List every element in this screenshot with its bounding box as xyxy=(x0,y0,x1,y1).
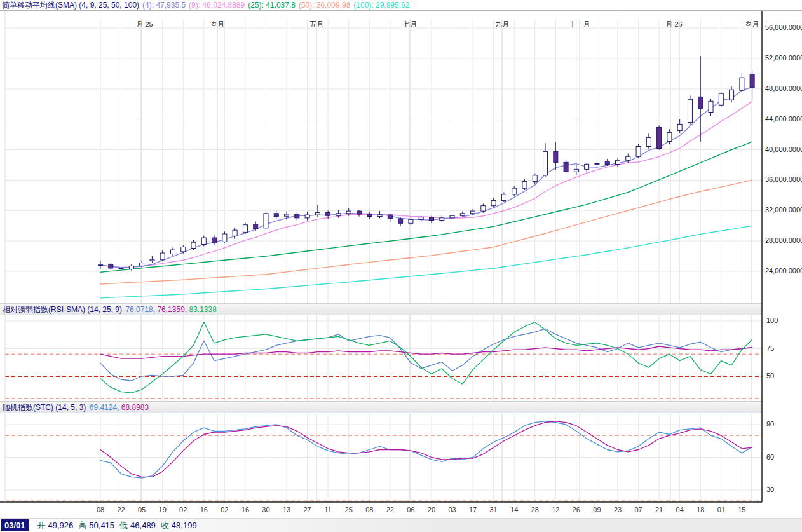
date-axis-label: 08 xyxy=(365,506,373,514)
rsi-axis-tick: 75 xyxy=(766,344,774,352)
date-axis-label: 17 xyxy=(469,506,477,514)
date-axis-label: 18 xyxy=(697,506,704,514)
indicator-value-separator xyxy=(122,305,124,314)
sma-legend-values: (4): 47,935.5(9): 46,024.8889(25): 41,03… xyxy=(139,1,409,10)
month-axis-label: 十一月 xyxy=(569,20,590,29)
indicator-value: 83.1338 xyxy=(189,305,217,314)
sma-legend-bar: 简单移动平均线(SMA) (4, 9, 25, 50, 100)(4): 47,… xyxy=(0,0,802,11)
date-axis-label: 16 xyxy=(200,506,208,514)
stc-panel-values: 69.4124, 68.8983 xyxy=(86,403,149,412)
date-axis-label: 20 xyxy=(428,506,435,514)
date-axis-label: 16 xyxy=(241,506,249,514)
price-axis-tick: 40,000.0000 xyxy=(765,146,802,153)
rsi-axis-tick: 50 xyxy=(766,372,774,379)
rsi-panel-header[interactable]: 相对强弱指数(RSI-SMA) (14, 25, 9) 76.0718, 76.… xyxy=(0,303,762,315)
sma-legend-value: (100): 29,995.62 xyxy=(353,1,409,10)
date-axis-label: 06 xyxy=(407,506,414,514)
date-axis-label: 28 xyxy=(531,506,539,514)
stc-axis-tick: 30 xyxy=(766,486,774,493)
status-field-value: 48,199 xyxy=(172,521,197,530)
stc-axis-tick: 90 xyxy=(766,420,774,428)
rsi-panel-values: 76.0718, 76.1359, 83.1338 xyxy=(122,305,217,314)
month-axis-label: 七月 xyxy=(403,20,417,29)
month-axis-label: 一月 26 xyxy=(658,20,682,29)
price-axis-tick: 52,000.0000 xyxy=(765,54,802,62)
date-axis-label: 02 xyxy=(179,506,187,514)
stock-chart-window: 简单移动平均线(SMA) (4, 9, 25, 50, 100)(4): 47,… xyxy=(0,0,802,532)
date-axis-label: 11 xyxy=(324,506,331,514)
date-axis-label: 23 xyxy=(614,506,622,514)
rsi-panel-title: 相对强弱指数(RSI-SMA) (14, 25, 9) xyxy=(3,305,122,314)
status-field-label: 低 xyxy=(119,521,128,530)
sma-legend-value: (25): 41,037.8 xyxy=(248,1,296,10)
date-axis-label: 26 xyxy=(573,506,580,514)
date-axis-label: 02 xyxy=(221,506,228,514)
price-axis-tick: 44,000.0000 xyxy=(765,115,802,123)
date-axis-label: 08 xyxy=(97,506,104,514)
date-axis-label: 19 xyxy=(159,506,167,514)
rsi-plot-area[interactable] xyxy=(0,315,762,401)
date-axis-label: 15 xyxy=(738,506,745,514)
price-axis-tick: 24,000.0000 xyxy=(765,267,802,275)
stc-panel-title: 随机指数(STC) (14, 5, 3) xyxy=(3,403,86,412)
candlestick-plot-area[interactable] xyxy=(0,11,762,303)
status-field-label: 开 xyxy=(37,521,46,530)
indicator-value: 76.1359 xyxy=(157,305,184,314)
indicator-value-separator xyxy=(86,403,88,412)
month-axis-label: 九月 xyxy=(495,20,509,29)
status-date-badge: 03/01 xyxy=(1,519,29,531)
date-axis-label: 12 xyxy=(552,506,559,514)
date-axis-label: 21 xyxy=(655,506,663,514)
rsi-axis-tick: 100 xyxy=(766,317,778,324)
status-field-value: 46,489 xyxy=(130,521,156,530)
status-field-label: 收 xyxy=(161,521,169,530)
price-axis-tick: 56,000.0000 xyxy=(765,24,802,31)
month-axis-label: 五月 xyxy=(309,20,323,29)
month-axis-label: 一月 25 xyxy=(129,20,153,29)
status-ohlc-fields: 开49,926高50,415低46,489收48,199 xyxy=(32,521,197,530)
date-axis-label: 05 xyxy=(138,506,146,514)
status-field-value: 49,926 xyxy=(48,521,74,530)
date-axis-label: 13 xyxy=(283,506,290,514)
status-field-label: 高 xyxy=(78,521,86,530)
date-axis-label: 27 xyxy=(303,506,311,514)
date-axis-label: 01 xyxy=(717,506,725,514)
month-axis-label: 叁月 xyxy=(745,20,759,29)
price-axis-tick: 36,000.0000 xyxy=(765,175,802,183)
status-field-value: 50,415 xyxy=(89,521,114,530)
sma-legend-value: (50): 36,009.98 xyxy=(299,1,350,10)
date-axis-label: 04 xyxy=(676,506,684,514)
sma-legend-value: (4): 47,935.5 xyxy=(142,1,186,10)
ohlc-status-bar: 03/01开49,926高50,415低46,489收48,199 xyxy=(0,518,802,532)
stc-plot-area[interactable] xyxy=(0,413,762,502)
month-axis-label: 叁月 xyxy=(210,20,224,29)
sma-legend-title: 简单移动平均线(SMA) (4, 9, 25, 50, 100) xyxy=(2,1,139,10)
price-axis-tick: 48,000.0000 xyxy=(765,85,802,92)
date-axis-label: 22 xyxy=(386,506,394,514)
date-axis-label: 22 xyxy=(117,506,125,514)
date-axis-label: 03 xyxy=(448,506,456,514)
date-axis-label: 30 xyxy=(262,506,269,514)
price-axis-tick: 28,000.0000 xyxy=(765,236,802,244)
indicator-value-separator: , xyxy=(117,403,121,412)
stc-axis-tick: 60 xyxy=(766,453,774,461)
sma-legend-value: (9): 46,024.8889 xyxy=(189,1,245,10)
date-axis-label: 09 xyxy=(593,506,601,514)
indicator-value: 68.8983 xyxy=(121,403,149,412)
indicator-value: 76.0718 xyxy=(125,305,153,314)
date-axis-label: 07 xyxy=(634,506,642,514)
stc-panel-header[interactable]: 随机指数(STC) (14, 5, 3) 69.4124, 68.8983 xyxy=(0,401,762,413)
date-axis-label: 31 xyxy=(490,506,498,514)
indicator-value: 69.4124 xyxy=(90,403,117,412)
price-axis-tick: 32,000.0000 xyxy=(765,206,802,214)
indicator-value-separator: , xyxy=(185,305,189,314)
date-axis-label: 14 xyxy=(510,506,518,514)
date-axis-label: 25 xyxy=(345,506,353,514)
